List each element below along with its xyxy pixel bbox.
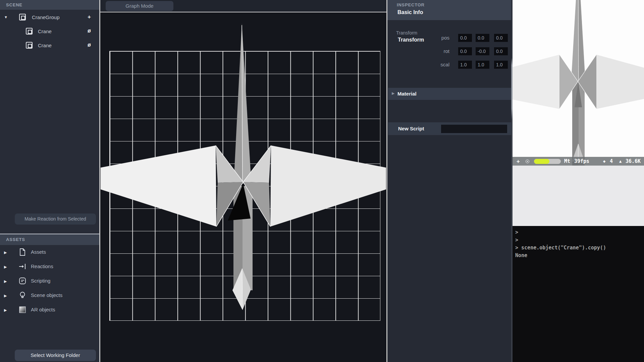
visibility-hidden-eye-icon[interactable]: ø bbox=[85, 42, 93, 48]
preview-lower-area bbox=[513, 166, 644, 226]
expander-right-icon[interactable]: ▶ bbox=[4, 308, 7, 312]
basic-info-title: Basic Info bbox=[397, 9, 423, 15]
console-line: > bbox=[515, 236, 644, 244]
asset-label[interactable]: Scene objects bbox=[31, 292, 62, 298]
vertex-triangle-icon: ▲ bbox=[619, 159, 622, 164]
drawcall-count: 4 bbox=[610, 158, 613, 164]
viewport-canvas[interactable]: Graph Mode bbox=[100, 0, 386, 362]
lightbulb-icon bbox=[18, 291, 26, 299]
preview-status-bar: + Mt 39fps ◆ 4 ▲ 36.6K bbox=[513, 157, 644, 166]
tree-item-label[interactable]: Crane bbox=[38, 43, 52, 48]
select-working-folder-button[interactable]: Select Working Folder bbox=[15, 350, 96, 361]
app-window: SCENE ▼ CraneGroup + Crane ø Crane ø Mak… bbox=[0, 0, 644, 362]
mt-label: Mt bbox=[564, 158, 570, 164]
asset-label[interactable]: AR objects bbox=[31, 307, 55, 312]
settings-gear-icon[interactable] bbox=[526, 160, 529, 163]
vertex-count: 36.6K bbox=[626, 158, 641, 164]
scal-x-input[interactable] bbox=[458, 61, 472, 69]
expander-right-icon[interactable]: ▶ bbox=[4, 279, 7, 284]
object-cube-icon bbox=[26, 42, 33, 49]
new-script-row: New Script bbox=[388, 122, 511, 135]
tree-item-label[interactable]: CraneGroup bbox=[32, 14, 60, 20]
console-line: None bbox=[515, 252, 644, 259]
pos-x-input[interactable] bbox=[458, 34, 472, 42]
add-button[interactable]: + bbox=[517, 158, 520, 165]
asset-row-assets[interactable]: ▶ Assets bbox=[0, 248, 99, 257]
assets-panel-header: ASSETS bbox=[0, 234, 99, 245]
preview-canvas[interactable] bbox=[513, 0, 644, 166]
drawcall-diamond-icon: ◆ bbox=[603, 159, 605, 164]
tree-row-crane-2[interactable]: Crane ø bbox=[0, 41, 99, 50]
scene-panel-header: SCENE bbox=[0, 0, 99, 10]
asset-row-reactions[interactable]: ▶ Reactions bbox=[0, 262, 99, 271]
material-expander-icon[interactable]: ▶ bbox=[392, 91, 394, 96]
asset-label[interactable]: Scripting bbox=[31, 278, 50, 284]
loading-progress-bar bbox=[534, 159, 561, 164]
asset-row-scripting[interactable]: ▶ Scripting bbox=[0, 277, 99, 286]
tree-row-cranegroup[interactable]: ▼ CraneGroup + bbox=[0, 13, 99, 22]
tree-item-label[interactable]: Crane bbox=[38, 28, 52, 34]
rot-x-input[interactable] bbox=[458, 47, 472, 55]
fps-value: 39fps bbox=[574, 158, 589, 164]
transform-section-label: Transform bbox=[396, 30, 417, 36]
crane-model bbox=[100, 0, 386, 362]
console-line: > bbox=[515, 229, 644, 236]
progress-fill bbox=[534, 159, 549, 164]
add-child-plus-icon[interactable]: + bbox=[85, 14, 93, 20]
inspector-title: INSPECTOR bbox=[397, 2, 425, 7]
new-script-input[interactable] bbox=[441, 125, 507, 133]
expander-down-icon[interactable]: ▼ bbox=[4, 15, 8, 19]
scal-z-input[interactable] bbox=[494, 61, 508, 69]
material-label: Material bbox=[397, 91, 417, 97]
object-cube-icon bbox=[26, 28, 33, 35]
group-cube-icon bbox=[19, 14, 26, 20]
reaction-arrow-icon bbox=[18, 262, 26, 270]
inspector-panel: INSPECTOR Basic Info Transform Transform… bbox=[387, 0, 511, 362]
script-icon bbox=[18, 277, 26, 285]
console-panel[interactable]: > > > scene.object("Crane").copy() None bbox=[513, 227, 644, 362]
tree-row-crane-1[interactable]: Crane ø bbox=[0, 27, 99, 36]
material-section-header[interactable]: ▶ Material bbox=[388, 88, 511, 100]
preview-crane-model bbox=[513, 0, 644, 166]
expander-right-icon[interactable]: ▶ bbox=[4, 250, 7, 255]
expander-right-icon[interactable]: ▶ bbox=[4, 264, 7, 269]
expander-right-icon[interactable]: ▶ bbox=[4, 293, 7, 298]
ar-gradient-square-icon bbox=[18, 306, 26, 314]
make-reaction-button[interactable]: Make Reaction from Selected bbox=[15, 214, 96, 225]
new-script-button[interactable]: New Script bbox=[398, 126, 424, 131]
scal-y-input[interactable] bbox=[476, 61, 489, 69]
asset-label[interactable]: Assets bbox=[31, 249, 46, 255]
file-icon bbox=[18, 248, 26, 256]
pos-z-input[interactable] bbox=[494, 34, 508, 42]
rot-y-input[interactable] bbox=[476, 47, 489, 55]
transform-component-title: Transform bbox=[398, 37, 424, 43]
asset-label[interactable]: Reactions bbox=[31, 263, 53, 269]
pos-label: pos bbox=[434, 35, 449, 41]
console-line: > scene.object("Crane").copy() bbox=[515, 244, 644, 252]
asset-row-scene-objects[interactable]: ▶ Scene objects bbox=[0, 291, 99, 300]
pos-y-input[interactable] bbox=[476, 34, 489, 42]
inspector-header: INSPECTOR Basic Info bbox=[387, 0, 511, 20]
scal-label: scal bbox=[434, 62, 449, 67]
rot-label: rot bbox=[434, 48, 449, 54]
asset-row-ar-objects[interactable]: ▶ AR objects bbox=[0, 305, 99, 314]
rot-z-input[interactable] bbox=[494, 47, 508, 55]
scene-assets-sidebar: SCENE ▼ CraneGroup + Crane ø Crane ø Mak… bbox=[0, 0, 99, 362]
visibility-hidden-eye-icon[interactable]: ø bbox=[85, 28, 93, 34]
